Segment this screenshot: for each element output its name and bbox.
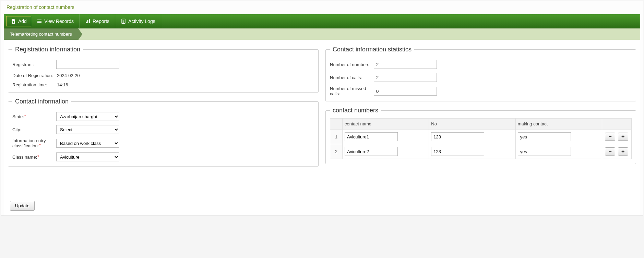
breadcrumb: Telemarketing contact numbers [4,28,640,40]
contact-numbers-table: contact name No making contact 1 [330,118,632,159]
contact-name-field[interactable] [345,132,398,141]
num-numbers-label: Number of numbers: [330,62,374,67]
row-index: 1 [330,130,343,144]
registrant-field[interactable] [56,60,119,69]
classification-select[interactable]: Based on work class [56,139,119,148]
page-title: Registration of contact numbers [1,1,643,12]
required-marker: * [39,143,40,147]
registration-date-value: 2024-02-20 [56,73,80,78]
toolbar-label: Activity Logs [128,19,155,24]
breadcrumb-current: Telemarketing contact numbers [4,28,78,40]
col-making-contact: making contact [515,119,602,130]
num-numbers-field[interactable] [374,60,437,69]
contact-no-field[interactable] [431,147,484,156]
add-row-button[interactable]: + [618,147,628,156]
svg-rect-4 [87,20,88,23]
activity-logs-button[interactable]: Activity Logs [115,14,161,28]
svg-rect-3 [86,22,87,23]
table-row: 2 − + [330,144,632,159]
num-missed-field[interactable] [374,87,437,96]
add-row-button[interactable]: + [618,133,628,141]
minus-icon: − [608,134,611,139]
col-contact-name: contact name [343,119,429,130]
toolbar-label: Reports [93,19,109,24]
fieldset-legend: Contact information statistics [330,46,414,53]
registration-time-value: 14:16 [56,82,68,87]
state-label: State:* [12,114,56,119]
num-calls-field[interactable] [374,73,437,82]
state-select[interactable]: Azarbaijan sharghi [56,112,119,121]
registrant-label: Registrant: [12,62,56,67]
contact-numbers-fieldset: contact numbers contact name No making c… [325,107,636,164]
registration-information-fieldset: Registration information Registrant: Dat… [8,46,319,93]
fieldset-legend: Contact information [12,98,71,105]
svg-rect-5 [89,19,90,23]
required-marker: * [37,155,39,159]
table-row: 1 − + [330,130,632,144]
col-no: No [429,119,515,130]
num-missed-label: Number of missed calls: [330,86,374,96]
row-index: 2 [330,144,343,159]
registration-time-label: Registration time: [12,82,56,87]
contact-information-fieldset: Contact information State:* Azarbaijan s… [8,98,319,167]
making-contact-field[interactable] [518,132,571,141]
minus-icon: − [608,149,611,154]
required-marker: * [24,114,26,118]
city-select[interactable]: Select [56,125,119,134]
view-records-button[interactable]: View Records [31,14,80,28]
footer-actions: Update [4,201,640,216]
fieldset-legend: Registration information [12,46,83,53]
classification-label: Information entry classification:* [12,138,56,148]
reports-button[interactable]: Reports [80,14,115,28]
remove-row-button[interactable]: − [605,133,615,141]
add-button[interactable]: Add [6,16,31,26]
list-icon [37,19,42,24]
class-name-label: Class name:* [12,155,56,160]
bar-chart-icon [85,19,91,24]
remove-row-button[interactable]: − [605,147,615,156]
making-contact-field[interactable] [518,147,571,156]
document-icon [121,19,126,24]
registration-date-label: Date of Registration: [12,73,56,78]
toolbar-label: Add [18,19,27,24]
update-button[interactable]: Update [10,201,35,211]
fieldset-legend: contact numbers [330,107,381,114]
plus-icon: + [621,134,624,139]
class-name-select[interactable]: Aviculture [56,152,119,161]
toolbar: Add View Records Reports Activity Logs [4,14,640,28]
toolbar-label: View Records [44,19,74,24]
num-calls-label: Number of calls: [330,75,374,80]
file-plus-icon [11,19,16,24]
contact-name-field[interactable] [345,147,398,156]
contact-no-field[interactable] [431,132,484,141]
statistics-fieldset: Contact information statistics Number of… [325,46,636,101]
plus-icon: + [621,149,624,154]
city-label: City: [12,127,56,132]
